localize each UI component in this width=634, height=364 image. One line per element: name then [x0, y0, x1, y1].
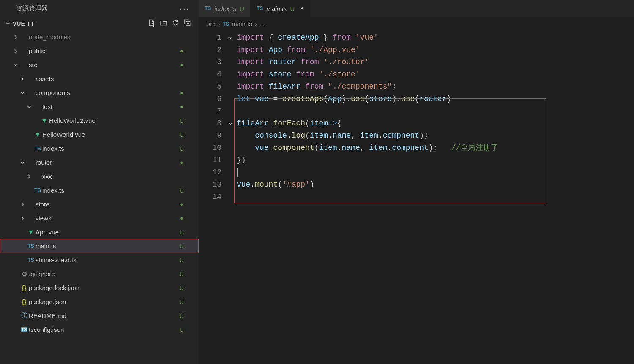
- chevron-right-icon: ›: [218, 20, 220, 27]
- file-tree-item[interactable]: TSmain.tsU: [0, 239, 199, 253]
- project-section-header[interactable]: VUE-TT: [0, 17, 199, 30]
- code-editor[interactable]: 1234567891011121314 import { createApp }…: [199, 31, 634, 364]
- code-line[interactable]: [234, 166, 634, 179]
- json-file-icon: {}: [22, 285, 27, 291]
- file-label: HelloWorld.vue: [42, 131, 178, 138]
- breadcrumb-part[interactable]: ...: [260, 20, 265, 27]
- file-tree-item[interactable]: ⚙.gitignoreU: [0, 267, 199, 281]
- gear-icon: ⚙: [22, 270, 27, 278]
- code-line[interactable]: }): [234, 154, 634, 166]
- git-modified-dot: •: [178, 160, 186, 165]
- file-tree-item[interactable]: src•: [0, 58, 199, 72]
- file-tree-item[interactable]: ▼HelloWorld.vueU: [0, 128, 199, 141]
- fold-marker: [227, 81, 234, 93]
- code-line[interactable]: import { createApp } from 'vue': [234, 32, 634, 44]
- chevron-down-icon: [12, 63, 19, 67]
- git-status-badge: U: [178, 271, 186, 277]
- file-tree-item[interactable]: components•: [0, 86, 199, 100]
- sidebar: 资源管理器 ··· VUE-TT node_modulespublic•src•…: [0, 0, 199, 364]
- fold-marker: [227, 154, 234, 166]
- git-modified-dot: •: [178, 105, 186, 109]
- git-status-badge: U: [178, 299, 186, 305]
- chevron-right-icon: [19, 77, 26, 81]
- file-tree-item[interactable]: {}package-lock.jsonU: [0, 281, 199, 295]
- ts-file-icon: TS: [34, 187, 41, 193]
- file-tree-item[interactable]: public•: [0, 44, 199, 58]
- code-line[interactable]: [234, 191, 634, 203]
- git-status-badge: U: [178, 243, 186, 250]
- fold-marker[interactable]: [227, 117, 234, 130]
- fold-marker: [227, 93, 234, 105]
- close-icon[interactable]: ×: [300, 5, 303, 12]
- line-number: 10: [199, 142, 227, 154]
- new-folder-icon[interactable]: [160, 19, 167, 28]
- collapse-all-icon[interactable]: [183, 19, 191, 28]
- file-tree-item[interactable]: TSindex.tsU: [0, 183, 199, 197]
- file-tree-item[interactable]: ▼App.vueU: [0, 225, 199, 239]
- file-tree-item[interactable]: assets: [0, 72, 199, 86]
- file-tree-item[interactable]: ⓘREADME.mdU: [0, 309, 199, 323]
- file-tree-item[interactable]: node_modules: [0, 30, 199, 44]
- chevron-right-icon: [19, 216, 26, 220]
- tab-label: index.ts: [214, 5, 236, 12]
- new-file-icon[interactable]: [148, 19, 156, 28]
- file-tree-item[interactable]: test•: [0, 100, 199, 114]
- code-line[interactable]: vue.mount('#app'): [234, 179, 634, 191]
- fold-marker[interactable]: [227, 32, 234, 44]
- ts-file-icon: TS: [223, 21, 229, 27]
- editor-tab[interactable]: TSmain.tsU×: [251, 0, 310, 17]
- file-label: main.ts: [36, 242, 178, 250]
- fold-marker: [227, 179, 234, 191]
- file-label: test: [42, 103, 178, 110]
- git-status-badge: U: [178, 145, 186, 152]
- git-status-badge: U: [290, 5, 295, 12]
- file-label: router: [36, 159, 178, 166]
- vue-file-icon: ▼: [34, 131, 41, 139]
- file-tree-item[interactable]: TSindex.tsU: [0, 141, 199, 155]
- file-label: README.md: [29, 312, 178, 319]
- file-tree-item[interactable]: views•: [0, 211, 199, 225]
- file-tree-item[interactable]: xxx: [0, 169, 199, 183]
- chevron-right-icon: [25, 174, 33, 179]
- code-line[interactable]: console.log(item.name, item.compnent);: [234, 130, 634, 142]
- file-tree-item[interactable]: store•: [0, 197, 199, 211]
- line-number: 3: [199, 56, 227, 68]
- editor-tabs: TSindex.tsUTSmain.tsU×: [199, 0, 634, 17]
- code-line[interactable]: fileArr.forEach(item=>{: [234, 117, 634, 130]
- line-number: 12: [199, 166, 227, 179]
- code-line[interactable]: import router from './router': [234, 56, 634, 68]
- file-tree-item[interactable]: {}package.jsonU: [0, 295, 199, 309]
- tab-label: main.ts: [266, 5, 287, 12]
- code-line[interactable]: [234, 105, 634, 117]
- file-tree-item[interactable]: TStsconfig.jsonU: [0, 323, 199, 337]
- file-label: package.json: [29, 298, 178, 305]
- vue-file-icon: ▼: [27, 228, 34, 236]
- file-tree-item[interactable]: TSshims-vue.d.tsU: [0, 253, 199, 267]
- code-line[interactable]: import fileArr from "./components";: [234, 81, 634, 93]
- explorer-more-icon[interactable]: ···: [180, 4, 194, 14]
- file-label: package-lock.json: [29, 284, 178, 291]
- code-line[interactable]: import App from './App.vue': [234, 44, 634, 56]
- breadcrumb-part[interactable]: main.ts: [232, 20, 252, 27]
- editor-tab[interactable]: TSindex.tsU: [199, 0, 251, 17]
- code-line[interactable]: let vue = createApp(App).use(store).use(…: [234, 93, 634, 105]
- file-tree-item[interactable]: router•: [0, 155, 199, 169]
- file-label: assets: [36, 75, 178, 82]
- breadcrumb[interactable]: src › TS main.ts › ...: [199, 17, 634, 31]
- file-tree-item[interactable]: ▼HelloWorld2.vueU: [0, 114, 199, 128]
- file-label: App.vue: [36, 228, 178, 236]
- file-label: index.ts: [42, 187, 178, 194]
- chevron-down-icon: [19, 91, 26, 95]
- code-line[interactable]: import store from './store': [234, 68, 634, 81]
- refresh-icon[interactable]: [172, 19, 179, 28]
- file-label: src: [29, 61, 178, 68]
- git-status-badge: U: [240, 5, 244, 12]
- code-content[interactable]: import { createApp } from 'vue'import Ap…: [234, 31, 634, 364]
- line-number: 2: [199, 44, 227, 56]
- line-number: 13: [199, 179, 227, 191]
- git-modified-dot: •: [178, 63, 186, 67]
- git-status-badge: U: [178, 229, 186, 236]
- breadcrumb-part[interactable]: src: [207, 20, 216, 27]
- code-line[interactable]: vue.component(item.name, item.compnent);…: [234, 142, 634, 154]
- ts-file-icon: TS: [27, 257, 34, 263]
